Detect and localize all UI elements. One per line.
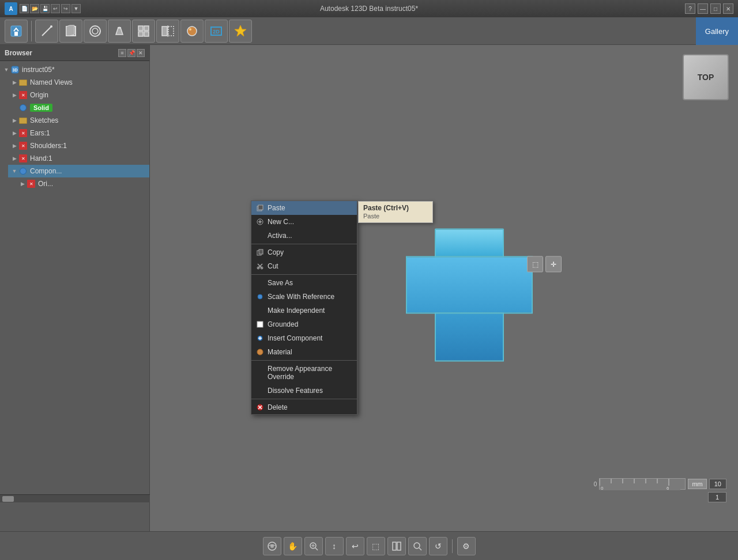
ctx-material[interactable]: Material xyxy=(251,345,357,359)
ctx-cut[interactable]: Cut xyxy=(251,259,357,273)
tree-component[interactable]: ▼ Compon... xyxy=(8,165,149,177)
tree-hand[interactable]: ▶ ✕ Hand:1 xyxy=(8,152,149,165)
solid-btn[interactable] xyxy=(59,20,82,43)
svg-point-7 xyxy=(118,27,121,28)
shape-ctrl-1[interactable]: ⬚ xyxy=(527,256,543,273)
ctx-paste[interactable]: Paste Paste (Ctrl+V) Paste xyxy=(251,201,357,215)
tree-named-views[interactable]: ▶ Named Views xyxy=(8,76,149,89)
tree-ears[interactable]: ▶ ✕ Ears:1 xyxy=(8,127,149,139)
scale-icon xyxy=(256,293,264,301)
named-views-expand-icon[interactable]: ▶ xyxy=(10,78,18,86)
component-expand-icon[interactable]: ▼ xyxy=(10,167,18,175)
pan-btn[interactable]: ✋ xyxy=(284,537,302,555)
snap-btn[interactable] xyxy=(229,20,252,43)
ctx-cut-label: Cut xyxy=(268,262,278,270)
ctx-remove-appearance[interactable]: Remove Appearance Override xyxy=(251,362,357,384)
status-bar: ✋ ↕ ↩ ⬚ ↺ ⚙ xyxy=(0,531,738,560)
settings-btn[interactable]: ⚙ xyxy=(457,537,476,555)
maximize-btn[interactable]: □ xyxy=(710,3,721,14)
sketch-btn[interactable] xyxy=(35,20,58,43)
insert-icon xyxy=(256,334,264,342)
svg-point-33 xyxy=(258,294,262,299)
ears-expand-icon[interactable]: ▶ xyxy=(10,129,18,137)
redo-btn[interactable]: ↪ xyxy=(61,4,70,13)
tree-origin[interactable]: ▶ ✕ Origin xyxy=(8,89,149,101)
unit-badge[interactable]: mm xyxy=(688,479,706,489)
svg-rect-58 xyxy=(393,542,396,550)
tree-sketches[interactable]: ▶ Sketches xyxy=(8,114,149,127)
ctx-insert-component[interactable]: Insert Component xyxy=(251,331,357,345)
sketches-expand-icon[interactable]: ▶ xyxy=(10,116,18,124)
view-cube[interactable]: TOP xyxy=(683,54,729,100)
viewport[interactable]: TOP ⬚ ✛ xyxy=(150,45,738,531)
bottom-toolbar: ✋ ↕ ↩ ⬚ ↺ ⚙ xyxy=(263,537,476,555)
2d-view-btn[interactable]: 2D xyxy=(205,20,228,43)
root-expand-icon[interactable]: ▼ xyxy=(2,66,10,74)
ctx-copy[interactable]: Copy xyxy=(251,245,357,259)
split-btn[interactable] xyxy=(387,537,406,555)
tree-shoulders[interactable]: ▶ ✕ Shoulders:1 xyxy=(8,139,149,152)
svg-point-16 xyxy=(189,28,191,31)
tree-container: ▼ 3D instruct05* ▶ Named Views ▶ xyxy=(0,61,149,531)
browser-scrollbar[interactable] xyxy=(0,494,150,502)
view-cube-top-face[interactable]: TOP xyxy=(683,54,729,100)
ctx-make-independent[interactable]: Make Independent xyxy=(251,304,357,317)
tree-component-origin[interactable]: ▶ ✕ Ori... xyxy=(16,177,149,190)
ctx-dissolve-features[interactable]: Dissolve Features xyxy=(251,384,357,398)
browser-close-btn[interactable]: ✕ xyxy=(137,49,145,57)
fit-btn[interactable]: ↕ xyxy=(325,537,344,555)
ctx-scale-with-ref[interactable]: Scale With Reference xyxy=(251,290,357,304)
orbit-btn[interactable] xyxy=(263,537,281,555)
shoulders-expand-icon[interactable]: ▶ xyxy=(10,142,18,150)
root-icon: 3D xyxy=(10,65,20,74)
mirror-btn[interactable] xyxy=(156,20,179,43)
loft-btn[interactable] xyxy=(108,20,131,43)
hand-icon: ✕ xyxy=(18,154,28,163)
svg-point-3 xyxy=(50,25,52,28)
pattern-btn[interactable] xyxy=(132,20,155,43)
main-area: Browser ≡ 📌 ✕ ▼ 3D instruct05* xyxy=(0,45,738,531)
shape-ctrl-2[interactable]: ✛ xyxy=(545,256,562,273)
new-btn[interactable]: 📄 xyxy=(20,4,29,13)
origin-expand-icon[interactable]: ▶ xyxy=(10,91,18,99)
ctx-sep1 xyxy=(251,244,357,244)
ctx-save-as[interactable]: Save As xyxy=(251,276,357,290)
browser-pin-btn[interactable]: 📌 xyxy=(127,49,135,57)
refresh-btn[interactable]: ↺ xyxy=(429,537,447,555)
zoom-extent-btn[interactable] xyxy=(304,537,323,555)
close-btn[interactable]: ✕ xyxy=(723,3,733,14)
ctx-sep3 xyxy=(251,360,357,361)
minimize-btn[interactable]: — xyxy=(698,3,708,14)
svg-point-5 xyxy=(90,26,100,36)
ctx-grounded[interactable]: Grounded xyxy=(251,317,357,331)
sketches-folder-icon xyxy=(18,116,28,125)
ctx-new-component[interactable]: New C... xyxy=(251,215,357,229)
hand-expand-icon[interactable]: ▶ xyxy=(10,154,18,162)
help-btn[interactable]: ? xyxy=(685,3,695,14)
dropdown-btn[interactable]: ▼ xyxy=(71,4,81,13)
shell-btn[interactable] xyxy=(84,20,107,43)
comp-origin-expand-icon[interactable]: ▶ xyxy=(18,180,27,188)
undo-btn[interactable]: ↩ xyxy=(51,4,60,13)
home-btn[interactable] xyxy=(5,20,28,43)
ctx-activate[interactable]: Activa... xyxy=(251,229,357,243)
tree-root[interactable]: ▼ 3D instruct05* xyxy=(0,63,149,76)
zoom-in-btn[interactable] xyxy=(408,537,427,555)
tree-solid[interactable]: Solid xyxy=(8,101,149,114)
scroll-thumb[interactable] xyxy=(2,496,14,502)
browser-collapse-btn[interactable]: ≡ xyxy=(118,49,126,57)
named-views-label: Named Views xyxy=(30,78,73,86)
gallery-panel[interactable]: Gallery xyxy=(696,17,738,45)
browser-header: Browser ≡ 📌 ✕ xyxy=(0,45,149,61)
back-btn[interactable]: ↩ xyxy=(346,537,364,555)
ctx-delete[interactable]: Delete xyxy=(251,400,357,414)
save-btn[interactable]: 💾 xyxy=(40,4,50,13)
comp-origin-icon: ✕ xyxy=(27,179,36,188)
ctx-grounded-label: Grounded xyxy=(268,320,298,328)
material-btn[interactable] xyxy=(180,20,204,43)
bottom-sep xyxy=(452,539,453,553)
svg-text:2D: 2D xyxy=(213,29,220,35)
open-btn[interactable]: 📂 xyxy=(30,4,39,13)
component-icon xyxy=(18,167,28,176)
window-zoom-btn[interactable]: ⬚ xyxy=(367,537,385,555)
